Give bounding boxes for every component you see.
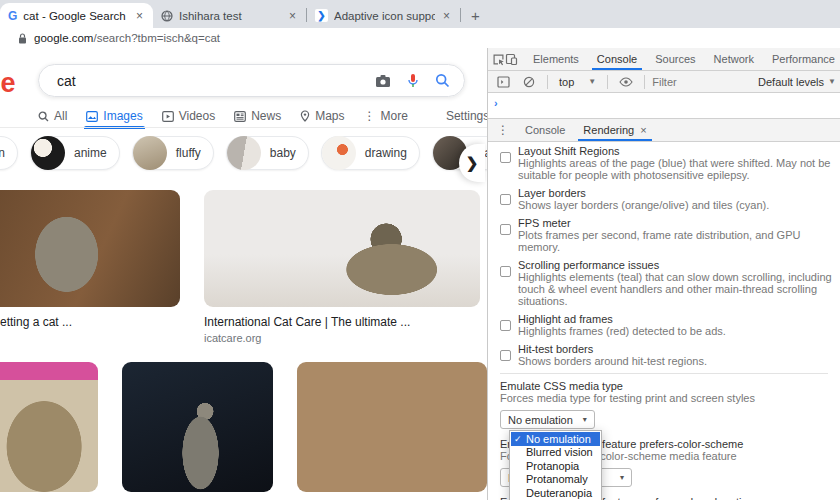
camera-icon[interactable] [375,74,391,88]
tab-sources[interactable]: Sources [646,48,704,70]
dropdown-option-protanopia[interactable]: Protanopia [511,459,600,473]
checkbox[interactable] [500,224,511,235]
image-result[interactable]: tics benefit cats? oday.com [0,362,98,500]
setting-title: Hit-test borders [518,343,593,355]
clear-console-icon[interactable] [518,76,540,88]
search-input[interactable]: cat [38,64,465,97]
rendering-panel: Layout Shift Regions Highlights areas of… [488,142,840,500]
checkbox[interactable] [500,350,511,361]
emulate-media-type-section: Emulate CSS media type Forces media type… [500,380,840,429]
console-prompt-icon: › [494,97,498,109]
toolbar-separator [607,75,608,89]
toolbar-separator [547,75,548,89]
device-toolbar-icon[interactable] [505,53,518,66]
chip-fluffy[interactable]: fluffy [132,136,214,170]
url-bar[interactable]: google.com/search?tbm=isch&q=cat [0,28,840,48]
nav-settings[interactable]: Settings [446,109,487,123]
google-favicon-icon: G [8,9,17,23]
dropdown-option-protanomaly[interactable]: Protanomaly [511,473,600,487]
nav-images[interactable]: Images [86,109,142,123]
inspect-element-icon[interactable] [492,53,505,66]
google-logo-partial[interactable]: le [0,68,16,99]
nav-videos[interactable]: Videos [162,109,215,123]
chip-thumbnail [133,136,167,170]
setting-title: Scrolling performance issues [518,259,659,271]
drawer-menu-icon[interactable]: ⋮ [490,123,516,137]
url-path: /search?tbm=isch&q=cat [93,32,220,44]
chip-thumbnail [31,136,65,170]
dropdown-option-no-emulation[interactable]: ✓ No emulation [511,432,600,446]
chip-anime[interactable]: anime [30,136,120,170]
tab-performance[interactable]: Performance [763,48,840,70]
chip-kitten[interactable]: tten [0,136,18,170]
tab-google-search[interactable]: G cat - Google Search × [0,3,153,28]
checkbox[interactable] [500,266,511,277]
toolbar-separator [644,75,645,89]
search-nav: All Images Videos News Maps ⋮ More [38,105,477,127]
image-result[interactable]: International Cat Care | The ultimate ..… [204,190,480,344]
result-caption[interactable]: International Cat Care | The ultimate ..… [204,315,480,329]
context-selector[interactable]: top ▼ [555,76,600,88]
chip-baby[interactable]: baby [226,136,309,170]
tab-close-icon[interactable]: × [441,10,452,22]
result-caption[interactable]: etting a cat ... [0,315,180,329]
result-thumbnail-fluffy-cat[interactable] [0,362,98,492]
result-thumbnail-kitten[interactable] [0,190,180,307]
chips-scroll-next-button[interactable]: ❯ [459,144,485,182]
nav-news[interactable]: News [234,109,281,123]
new-tab-button[interactable]: + [461,7,490,28]
drawer-tab-rendering[interactable]: Rendering × [574,119,655,141]
search-icon[interactable] [435,73,450,88]
hit-test-borders-setting: Hit-test borders Shows borders around hi… [500,343,840,367]
filter-input[interactable] [652,76,752,88]
chip-drawing[interactable]: drawing [321,136,420,170]
tab-close-icon[interactable]: × [287,10,298,22]
console-sidebar-icon[interactable] [492,76,514,88]
checkbox[interactable] [500,152,511,163]
globe-icon [161,10,173,22]
scrolling-performance-setting: Scrolling performance issues Highlights … [500,259,840,307]
tab-console[interactable]: Console [588,48,646,70]
drawer-tab-close-icon[interactable]: × [640,124,646,136]
section-divider [500,373,828,374]
setting-description: Shows layer borders (orange/olive) and t… [518,199,769,211]
setting-title: Layer borders [518,187,586,199]
setting-title: FPS meter [518,217,571,229]
check-icon: ✓ [514,434,522,444]
tab-close-icon[interactable]: × [134,10,145,22]
url-domain: google.com [34,32,93,44]
tab-title: Adaptive icon support in PWA [334,10,435,22]
drawer-tab-console[interactable]: Console [516,119,574,141]
magnifier-icon [38,111,49,122]
log-levels-selector[interactable]: Default levels ▼ [758,76,836,88]
result-thumbnail-fat-cat[interactable] [297,362,487,492]
section-description: Forces media type for testing print and … [500,392,840,404]
chevron-down-icon: ▼ [588,77,596,86]
voice-search-icon[interactable] [407,73,419,89]
highlight-ad-frames-setting: Highlight ad frames Highlights frames (r… [500,313,840,337]
console-log-area[interactable]: › [488,93,840,119]
nav-all[interactable]: All [38,109,67,123]
checkbox[interactable] [500,320,511,331]
tab-network[interactable]: Network [705,48,763,70]
result-thumbnail-crouching-cat[interactable] [204,190,480,307]
tab-elements[interactable]: Elements [524,48,588,70]
image-result[interactable]: etting a cat ... [0,190,180,344]
videos-icon [162,111,174,122]
layout-shift-regions-setting: Layout Shift Regions Highlights areas of… [500,145,840,181]
result-thumbnail-cat-profile[interactable] [122,362,273,492]
image-result[interactable]: Cats Protection | UK's Largest Felin... … [122,362,273,500]
checkbox[interactable] [500,194,511,205]
search-query[interactable]: cat [57,73,359,89]
tab-title: Ishihara test [179,10,281,22]
tab-adaptive-icon-pwa[interactable]: ❯ Adaptive icon support in PWA × [307,3,460,28]
image-result[interactable]: Too Heavy To Fly In Plane's Cabin ... hu… [297,362,487,500]
dropdown-option-blurred-vision[interactable]: Blurred vision [511,446,600,460]
tab-ishihara-test[interactable]: Ishihara test × [153,3,306,28]
drawer-tab-bar: ⋮ Console Rendering × [488,119,840,142]
dropdown-option-deuteranopia[interactable]: Deuteranopia [511,486,600,500]
eye-icon[interactable] [615,77,637,87]
nav-maps[interactable]: Maps [300,109,344,123]
nav-more[interactable]: ⋮ More [364,109,408,123]
media-type-select[interactable]: No emulation ▾ [500,410,595,429]
